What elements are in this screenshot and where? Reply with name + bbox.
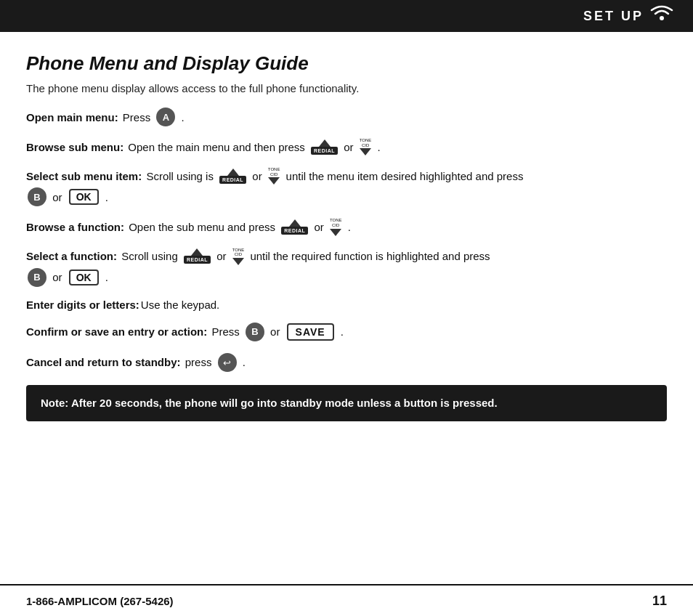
confirm-or: or xyxy=(267,325,283,338)
section-browse-function: Browse a function: Open the sub menu and… xyxy=(26,218,667,235)
browse-function-label: Browse a function: xyxy=(26,221,124,233)
svg-point-0 xyxy=(660,16,664,20)
down-arrow-icon-3 xyxy=(330,229,341,236)
ok-btn-2[interactable]: OK xyxy=(69,270,99,285)
cancel-press-text: press xyxy=(182,356,215,368)
tone-cid-down-btn-2[interactable]: TONECID xyxy=(268,167,280,185)
browse-fn-or: or xyxy=(311,221,327,233)
open-menu-period: . xyxy=(178,111,184,123)
signal-icon xyxy=(648,2,676,30)
up-arrow-icon-2 xyxy=(227,169,239,176)
section-cancel-standby: Cancel and return to standby: press . xyxy=(26,353,667,372)
select-sub-or1: or xyxy=(249,170,265,182)
select-sub-text2: until the menu item desired highlighted … xyxy=(283,170,526,182)
down-arrow-icon-4 xyxy=(232,258,244,265)
footer-page-number: 11 xyxy=(652,593,667,609)
main-content: Phone Menu and Display Guide The phone m… xyxy=(0,32,693,436)
cancel-period: . xyxy=(240,356,246,368)
redial-label-4: REDIAL xyxy=(184,256,211,264)
up-arrow-icon xyxy=(319,139,331,147)
tone-cid-label-2: TONECID xyxy=(268,167,280,177)
section-confirm-save: Confirm or save an entry or action: Pres… xyxy=(26,323,667,341)
intro-text: The phone menu display allows access to … xyxy=(26,82,667,94)
header-bar: SET UP xyxy=(0,0,693,32)
tone-cid-down-btn-4[interactable]: TONECID xyxy=(232,248,245,265)
select-sub-text1: Scroll using is xyxy=(143,170,216,182)
redial-up-btn-4[interactable]: REDIAL xyxy=(184,248,211,264)
tone-cid-label: TONECID xyxy=(360,138,372,147)
browse-sub-text: Open the main menu and then press xyxy=(125,141,308,153)
confirm-press-text: Press xyxy=(208,325,243,338)
section-select-sub-menu: Select sub menu item: Scroll using is RE… xyxy=(26,167,667,206)
tone-cid-label-3: TONECID xyxy=(330,218,342,227)
btn-b-2[interactable]: B xyxy=(28,268,46,287)
tone-cid-down-btn-3[interactable]: TONECID xyxy=(330,218,342,235)
select-fn-text2: until the required function is highlight… xyxy=(247,250,493,262)
redial-up-btn-3[interactable]: REDIAL xyxy=(281,219,308,235)
section-select-function: Select a function: Scroll using REDIAL o… xyxy=(26,248,667,287)
section-browse-sub-menu: Browse sub menu: Open the main menu and … xyxy=(26,138,667,155)
up-arrow-icon-3 xyxy=(289,219,301,227)
cancel-standby-label: Cancel and return to standby: xyxy=(26,356,181,368)
select-fn-text1: Scroll using xyxy=(118,250,181,262)
section-enter-digits: Enter digits or letters: Use the keypad. xyxy=(26,299,667,311)
note-text: Note: After 20 seconds, the phone will g… xyxy=(41,397,498,409)
section-open-main-menu: Open main menu: Press A . xyxy=(26,108,667,126)
confirm-save-label: Confirm or save an entry or action: xyxy=(26,325,207,338)
btn-a[interactable]: A xyxy=(156,108,175,126)
redial-label-2: REDIAL xyxy=(219,176,246,184)
redial-label: REDIAL xyxy=(311,147,338,155)
note-box: Note: After 20 seconds, the phone will g… xyxy=(26,385,667,422)
btn-b-3[interactable]: B xyxy=(246,323,264,341)
down-arrow-icon-2 xyxy=(268,177,280,185)
header-title: SET UP xyxy=(583,9,644,24)
browse-fn-text: Open the sub menu and press xyxy=(126,221,278,233)
save-btn[interactable]: SAVE xyxy=(287,323,334,341)
redial-up-btn-2[interactable]: REDIAL xyxy=(219,169,246,184)
enter-digits-label: Enter digits or letters: xyxy=(26,299,139,311)
browse-fn-period: . xyxy=(344,221,350,233)
redial-label-3: REDIAL xyxy=(281,227,308,235)
browse-sub-menu-label: Browse sub menu: xyxy=(26,141,123,153)
browse-sub-or: or xyxy=(341,141,357,153)
ok-btn-1[interactable]: OK xyxy=(69,189,99,205)
enter-digits-text: Use the keypad. xyxy=(141,299,219,311)
tone-cid-label-4: TONECID xyxy=(232,248,245,257)
redial-up-btn[interactable]: REDIAL xyxy=(311,139,338,155)
select-fn-label: Select a function: xyxy=(26,250,117,262)
footer-phone: 1-866-AMPLICOM (267-5426) xyxy=(26,595,174,607)
up-arrow-icon-4 xyxy=(191,248,203,256)
select-fn-or1: or xyxy=(214,250,230,262)
confirm-period: . xyxy=(338,325,344,338)
browse-sub-period: . xyxy=(374,141,380,153)
btn-b-1[interactable]: B xyxy=(28,187,46,206)
select-sub-label: Select sub menu item: xyxy=(26,170,142,182)
select-fn-or2: or xyxy=(49,271,65,283)
page-title: Phone Menu and Display Guide xyxy=(26,52,667,75)
select-sub-or2: or xyxy=(49,191,65,203)
open-main-menu-label: Open main menu: xyxy=(26,111,118,123)
open-menu-press-text: Press xyxy=(120,111,154,123)
footer-bar: 1-866-AMPLICOM (267-5426) 11 xyxy=(0,584,693,616)
down-arrow-icon xyxy=(360,148,371,155)
end-call-btn[interactable] xyxy=(218,353,237,372)
select-sub-period: . xyxy=(102,191,108,203)
tone-cid-down-btn[interactable]: TONECID xyxy=(360,138,372,155)
select-fn-period: . xyxy=(102,271,108,283)
